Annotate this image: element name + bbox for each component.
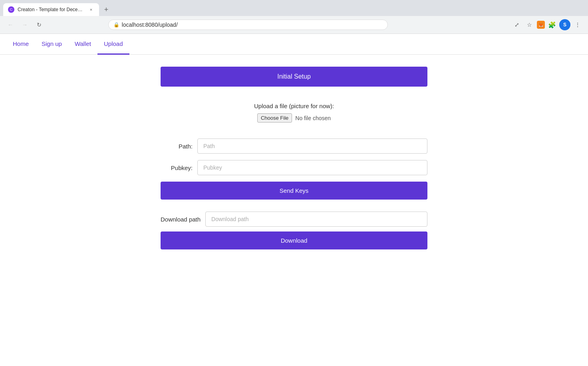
nav-signup[interactable]: Sign up <box>35 34 68 55</box>
site-nav: Home Sign up Wallet Upload <box>0 34 588 55</box>
nav-wallet[interactable]: Wallet <box>68 34 97 55</box>
page-content: Initial Setup Upload a file (picture for… <box>154 55 434 261</box>
download-path-input[interactable] <box>205 212 427 227</box>
upload-section: Upload a file (picture for now): Choose … <box>161 103 427 123</box>
download-section: Download path Download <box>161 212 427 249</box>
no-file-text: No file chosen <box>295 115 331 121</box>
path-row: Path: <box>161 138 427 154</box>
download-button[interactable]: Download <box>161 231 427 249</box>
tab-bar: C Creaton - Template for Decent... × + <box>0 0 588 16</box>
address-bar: ← → ↻ 🔒 localhost:8080/upload/ ⤢ ☆ 🦊 🧩 S… <box>0 16 588 34</box>
star-icon[interactable]: ☆ <box>524 19 535 30</box>
metamask-extension-icon[interactable]: 🦊 <box>537 21 545 29</box>
nav-upload[interactable]: Upload <box>97 34 129 55</box>
download-path-label: Download path <box>161 216 201 223</box>
browser-menu-button[interactable]: ⋮ <box>572 19 583 30</box>
nav-home[interactable]: Home <box>6 34 35 55</box>
browser-tab[interactable]: C Creaton - Template for Decent... × <box>3 3 99 16</box>
initial-setup-button[interactable]: Initial Setup <box>161 67 427 87</box>
upload-label: Upload a file (picture for now): <box>161 103 427 109</box>
tab-favicon: C <box>8 6 14 13</box>
pubkey-label: Pubkey: <box>161 164 193 171</box>
address-text: localhost:8080/upload/ <box>122 22 383 28</box>
pubkey-input[interactable] <box>197 160 427 175</box>
address-input-wrap[interactable]: 🔒 localhost:8080/upload/ <box>108 20 388 30</box>
lock-icon: 🔒 <box>113 22 119 28</box>
browser-actions: ⤢ ☆ 🦊 🧩 S ⋮ <box>511 19 583 30</box>
tab-title: Creaton - Template for Decent... <box>18 7 85 12</box>
forward-button[interactable]: → <box>19 19 30 30</box>
browser-chrome: C Creaton - Template for Decent... × + ←… <box>0 0 588 34</box>
pubkey-row: Pubkey: <box>161 160 427 175</box>
new-tab-button[interactable]: + <box>101 4 112 15</box>
refresh-button[interactable]: ↻ <box>34 19 45 30</box>
file-input-wrap: Choose File No file chosen <box>257 113 331 123</box>
path-label: Path: <box>161 143 193 150</box>
extensions-icon[interactable]: 🧩 <box>546 19 558 30</box>
choose-file-button[interactable]: Choose File <box>257 113 292 123</box>
profile-avatar[interactable]: S <box>559 19 570 30</box>
back-button[interactable]: ← <box>5 19 16 30</box>
external-link-icon[interactable]: ⤢ <box>511 19 522 30</box>
send-keys-button[interactable]: Send Keys <box>161 182 427 200</box>
form-section: Path: Pubkey: Send Keys Download path Do… <box>161 138 427 249</box>
path-input[interactable] <box>197 138 427 154</box>
tab-close-button[interactable]: × <box>88 6 94 13</box>
download-row: Download path <box>161 212 427 227</box>
